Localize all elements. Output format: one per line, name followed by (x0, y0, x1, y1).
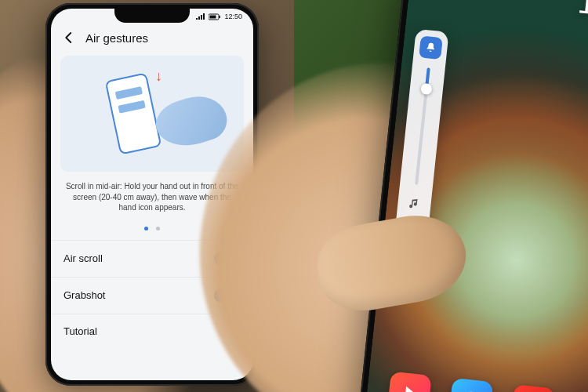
app-huawei-video[interactable]: HUAWEI Video (382, 371, 436, 392)
right-photo: Munich 12:49 Fri, Sep 20 (294, 0, 588, 392)
tutorial-label: Tutorial (64, 325, 97, 337)
right-phone-screen: Munich 12:49 Fri, Sep 20 (362, 0, 588, 392)
status-time: 12:50 (224, 13, 242, 20)
music-app-icon (448, 378, 493, 392)
home-dock: HUAWEI Video Music VMALL Vmall (364, 369, 588, 392)
lock-date: Fri, Sep 20 (575, 19, 588, 37)
right-phone-frame: Munich 12:49 Fri, Sep 20 (356, 0, 588, 392)
vmall-app-icon: VMALL (510, 384, 554, 392)
signal-icon (196, 13, 205, 20)
dot-2[interactable] (156, 227, 160, 230)
volume-panel[interactable] (394, 29, 448, 246)
grabshot-label: Grabshot (64, 289, 105, 301)
hero-phone-graphic (105, 72, 162, 154)
hero-hand-graphic (151, 89, 232, 155)
app-vmall[interactable]: VMALL Vmall (505, 384, 559, 392)
app-music[interactable]: Music (443, 377, 497, 392)
back-icon[interactable] (62, 31, 76, 45)
ringer-mode-button[interactable] (419, 35, 443, 60)
play-icon (405, 387, 417, 392)
svg-rect-2 (210, 15, 216, 18)
hero-illustration[interactable]: ↓ (60, 56, 244, 172)
page-title: Air gestures (85, 31, 148, 45)
battery-icon (209, 13, 221, 20)
dot-1[interactable] (144, 227, 148, 230)
notch (114, 9, 190, 23)
page-header: Air gestures (51, 24, 253, 51)
video-app-icon (387, 372, 431, 392)
hero-arrow-icon: ↓ (155, 68, 162, 85)
media-volume-button[interactable] (404, 193, 424, 213)
volume-slider[interactable] (415, 67, 430, 185)
air-scroll-label: Air scroll (64, 252, 103, 264)
volume-thumb[interactable] (420, 83, 432, 95)
music-note-icon (408, 197, 422, 211)
svg-rect-1 (220, 16, 221, 18)
bell-icon (424, 41, 438, 55)
